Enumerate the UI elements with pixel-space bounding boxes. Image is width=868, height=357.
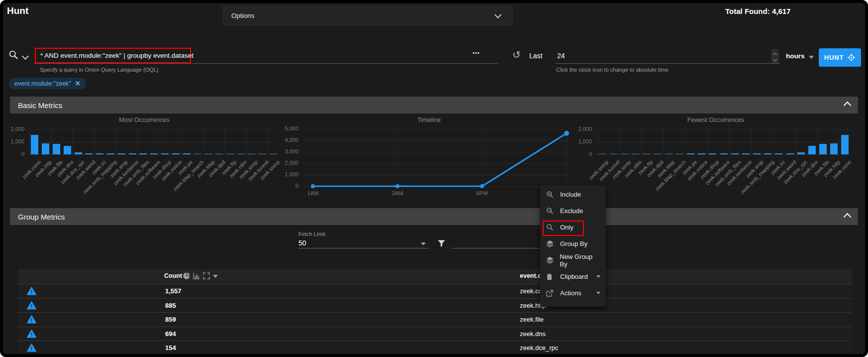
query-text: * AND event.module:"zeek" | groupby even… — [36, 52, 193, 59]
bar — [237, 153, 245, 154]
fetch-limit-select[interactable]: 50 — [298, 239, 306, 247]
bar — [654, 153, 661, 154]
bar — [775, 153, 782, 154]
query-input[interactable]: * AND event.module:"zeek" | groupby even… — [35, 48, 191, 63]
filter-chip[interactable]: event.module:"zeek" ✕ — [9, 78, 86, 89]
menu-item-group-by[interactable]: Group By — [540, 236, 606, 252]
layers-icon — [546, 256, 555, 264]
bar — [599, 153, 606, 154]
table-row[interactable]: 154 zeek.dce_rpc — [18, 341, 852, 355]
submenu-caret-icon — [596, 275, 600, 278]
menu-item-include[interactable]: Include — [540, 186, 606, 203]
time-underline — [555, 63, 780, 64]
bar — [183, 153, 191, 154]
table-row[interactable]: 694 zeek.dns — [18, 327, 852, 341]
submenu-caret-icon — [596, 292, 600, 294]
menu-item-actions[interactable]: Actions — [540, 285, 606, 301]
hunt-window: Hunt Options Total Found: 4,617 * AND ev… — [0, 0, 868, 357]
time-unit-select[interactable]: hours — [786, 52, 805, 60]
dataset-cell: zeek.file — [520, 316, 544, 323]
clipboard-icon — [546, 273, 556, 281]
time-value-input[interactable]: 24 — [557, 52, 565, 60]
options-panel[interactable]: Options — [222, 5, 513, 26]
expand-icon[interactable] — [202, 272, 210, 282]
bar — [709, 153, 716, 154]
bar — [42, 143, 49, 154]
bar-chart-icon[interactable] — [193, 272, 200, 282]
pie-chart-icon[interactable] — [183, 272, 191, 282]
query-more-button[interactable]: ••• — [473, 50, 480, 56]
group-metrics-table: Count event.dataset 1,557 zeek.conn 885 … — [18, 269, 852, 355]
filter-funnel-icon[interactable] — [437, 238, 446, 250]
collapse-chevron-icon[interactable] — [844, 101, 852, 109]
basic-metrics-title: Basic Metrics — [18, 101, 62, 110]
warning-triangle-icon[interactable] — [27, 343, 36, 355]
time-axis-label: 6PM — [471, 190, 493, 196]
group-filter-input[interactable] — [452, 248, 540, 248]
bar — [139, 153, 147, 154]
bar — [621, 153, 628, 154]
table-row[interactable]: 885 zeek.http — [18, 298, 852, 313]
relative-time-icon[interactable]: ↺ — [512, 49, 521, 61]
open-in-new-icon — [546, 289, 556, 297]
crosshair-icon — [847, 53, 856, 62]
group-metrics-title: Group Metrics — [18, 213, 65, 221]
total-found-value: 4,617 — [772, 7, 791, 15]
query-history-chevron-icon[interactable] — [22, 53, 29, 60]
count-cell: 1,557 — [165, 287, 182, 295]
table-row[interactable]: 859 zeek.file — [18, 312, 852, 327]
bar — [118, 153, 125, 154]
fetch-limit-caret-icon[interactable] — [421, 242, 426, 245]
hunt-button[interactable]: HUNT — [819, 48, 861, 67]
time-mode-label: Last — [529, 52, 542, 60]
options-label: Options — [231, 12, 255, 19]
bar — [632, 153, 639, 154]
basic-metrics-header[interactable]: Basic Metrics — [10, 97, 858, 114]
bar — [830, 143, 838, 154]
bar — [204, 153, 212, 154]
table-row[interactable]: 1,557 zeek.conn — [18, 284, 852, 298]
menu-item-clipboard[interactable]: Clipboard — [540, 268, 606, 285]
count-menu-caret-icon[interactable] — [213, 275, 218, 278]
dataset-cell: zeek.dce_rpc — [520, 344, 558, 352]
bar — [676, 153, 683, 154]
bar — [215, 153, 223, 154]
search-icon — [8, 49, 19, 62]
bar — [731, 153, 739, 154]
bar — [764, 153, 772, 154]
time-stepper[interactable] — [771, 49, 779, 63]
magnifier-minus-icon — [546, 207, 556, 215]
group-metrics-header[interactable]: Group Metrics — [10, 208, 858, 225]
stepper-up-icon[interactable] — [773, 52, 777, 56]
bar — [819, 144, 827, 155]
bar — [226, 153, 234, 154]
bar — [31, 135, 38, 154]
bar — [720, 153, 728, 154]
bar — [75, 152, 82, 154]
warning-triangle-icon[interactable] — [27, 315, 36, 326]
magnifier-icon — [546, 223, 556, 232]
time-hint: Click the clock icon to change to absolu… — [556, 67, 669, 73]
bar — [248, 153, 255, 154]
bar — [172, 153, 180, 154]
timeline-chart: Timeline 01,0002,0003,0004,0005,0001AM2A… — [284, 115, 575, 197]
query-underline — [34, 63, 498, 64]
menu-item-new-group-by[interactable]: New Group By — [540, 252, 606, 268]
stepper-down-icon[interactable] — [773, 57, 777, 61]
chip-close-icon[interactable]: ✕ — [75, 80, 81, 87]
warning-triangle-icon[interactable] — [27, 286, 36, 298]
filter-chip-label: event.module:"zeek" — [14, 80, 71, 87]
count-column-header[interactable]: Count — [164, 272, 182, 279]
chart-title: Fewest Occurrences — [576, 117, 856, 123]
warning-triangle-icon[interactable] — [27, 301, 36, 312]
total-found: Total Found: 4,617 — [725, 7, 790, 15]
time-unit-caret-icon[interactable] — [809, 56, 814, 59]
bar — [270, 153, 277, 154]
menu-item-exclude[interactable]: Exclude — [540, 203, 606, 219]
warning-triangle-icon[interactable] — [27, 329, 36, 341]
fetch-limit-label: Fetch Limit — [298, 231, 325, 237]
chevron-down-icon[interactable] — [494, 11, 501, 18]
collapse-chevron-icon[interactable] — [844, 213, 852, 221]
menu-item-only[interactable]: Only — [540, 219, 606, 236]
most-occurrences-chart: Most Occurrences 01,0002,000zeek.connzee… — [7, 115, 281, 192]
